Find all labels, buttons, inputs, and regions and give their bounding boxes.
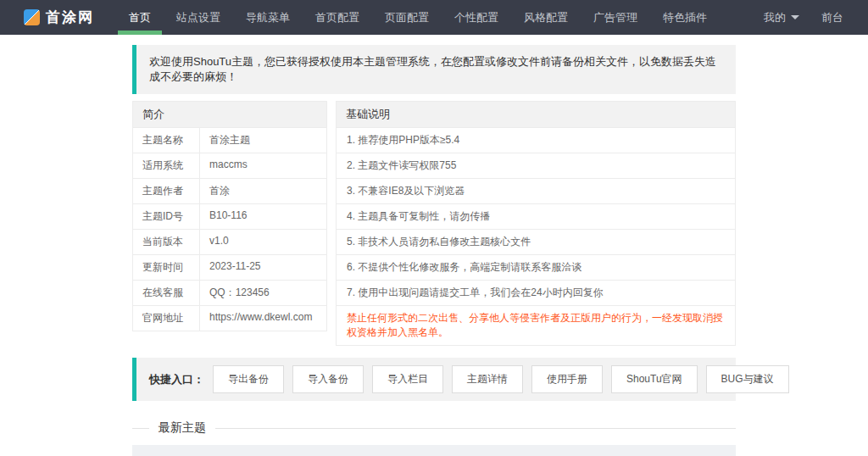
basics-item: 2. 主题文件读写权限755 [337, 153, 735, 179]
theme-details-button[interactable]: 主题详情 [452, 365, 523, 393]
latest-themes-divider: 最新主题 [132, 420, 736, 436]
row-value: v1.0 [200, 230, 326, 254]
my-dropdown[interactable]: 我的 [753, 10, 810, 25]
row-label: 适用系统 [133, 153, 200, 178]
basics-item: 5. 非技术人员请勿私自修改主题核心文件 [337, 230, 735, 255]
table-row: 更新时间 2023-11-25 [133, 255, 326, 281]
table-row: 主题名称 首涂主题 [133, 128, 326, 153]
nav-item-home-config[interactable]: 首页配置 [303, 0, 372, 35]
brand-name: 首涂网 [46, 8, 94, 27]
welcome-notice: 欢迎使用ShouTu主题，您已获得授权使用本主题管理系统，在您配置或修改文件前请… [132, 45, 736, 94]
latest-themes-title: 最新主题 [159, 420, 206, 436]
row-label: 主题作者 [133, 179, 200, 203]
my-dropdown-label: 我的 [764, 10, 786, 25]
latest-themes-panel [132, 445, 736, 456]
table-row: 主题作者 首涂 [133, 179, 326, 204]
table-row: 在线客服 QQ：123456 [133, 281, 326, 306]
basics-item: 6. 不提供个性化修改服务，高端定制请联系客服洽谈 [337, 255, 735, 281]
quick-entry-bar: 快捷入口： 导出备份 导入备份 导入栏目 主题详情 使用手册 ShouTu官网 … [132, 358, 736, 401]
export-backup-button[interactable]: 导出备份 [213, 365, 284, 393]
intro-panel-title: 简介 [133, 102, 326, 128]
table-row: 官网地址 https://www.dkewl.com [133, 306, 326, 331]
nav-item-featured-plugins[interactable]: 特色插件 [650, 0, 720, 35]
website-url[interactable]: https://www.dkewl.com [200, 306, 326, 331]
info-panels: 简介 主题名称 首涂主题 适用系统 maccms 主题作者 首涂 主题ID号 B… [132, 101, 736, 346]
nav-item-site-settings[interactable]: 站点设置 [164, 0, 233, 35]
shoutu-official-button[interactable]: ShouTu官网 [611, 365, 698, 393]
basics-item: 1. 推荐使用PHP版本≥5.4 [337, 128, 735, 153]
license-warning: 禁止任何形式的二次出售、分享他人等侵害作者及正版用户的行为，一经发现取消授权资格… [337, 306, 735, 345]
navbar-right: 我的 前台 [753, 0, 868, 35]
row-value: 首涂主题 [200, 128, 326, 153]
row-label: 更新时间 [133, 255, 200, 280]
chevron-down-icon [791, 15, 799, 19]
nav-item-personal-config[interactable]: 个性配置 [442, 0, 511, 35]
basics-panel: 基础说明 1. 推荐使用PHP版本≥5.4 2. 主题文件读写权限755 3. … [336, 101, 736, 346]
row-value: 首涂 [200, 179, 326, 203]
frontend-link[interactable]: 前台 [810, 10, 854, 25]
nav-item-page-config[interactable]: 页面配置 [372, 0, 442, 35]
top-navbar: 首涂网 首页 站点设置 导航菜单 首页配置 页面配置 个性配置 风格配置 广告管… [0, 0, 868, 35]
table-row: 主题ID号 B10-116 [133, 204, 326, 230]
row-label: 官网地址 [133, 306, 200, 331]
shoutu-logo-icon [24, 9, 40, 25]
intro-panel: 简介 主题名称 首涂主题 适用系统 maccms 主题作者 首涂 主题ID号 B… [132, 101, 327, 331]
main-menu: 首页 站点设置 导航菜单 首页配置 页面配置 个性配置 风格配置 广告管理 特色… [116, 0, 720, 35]
bug-suggestion-button[interactable]: BUG与建议 [706, 365, 789, 393]
import-columns-button[interactable]: 导入栏目 [372, 365, 443, 393]
main-content: 欢迎使用ShouTu主题，您已获得授权使用本主题管理系统，在您配置或修改文件前请… [132, 45, 736, 456]
nav-item-nav-menu[interactable]: 导航菜单 [233, 0, 303, 35]
basics-item: 4. 主题具备可复制性，请勿传播 [337, 204, 735, 230]
table-row: 适用系统 maccms [133, 153, 326, 179]
nav-item-ad-management[interactable]: 广告管理 [581, 0, 650, 35]
row-value: maccms [200, 153, 326, 178]
basics-panel-title: 基础说明 [337, 102, 735, 128]
row-label: 主题名称 [133, 128, 200, 153]
row-value: 2023-11-25 [200, 255, 326, 280]
basics-item: 7. 使用中出现问题请提交工单，我们会在24小时内回复你 [337, 281, 735, 306]
nav-item-style-config[interactable]: 风格配置 [511, 0, 581, 35]
brand[interactable]: 首涂网 [0, 0, 113, 35]
row-value: QQ：123456 [200, 281, 326, 305]
row-label: 当前版本 [133, 230, 200, 254]
quick-entry-label: 快捷入口： [149, 372, 204, 387]
row-label: 主题ID号 [133, 204, 200, 229]
table-row: 当前版本 v1.0 [133, 230, 326, 255]
row-label: 在线客服 [133, 281, 200, 305]
row-value: B10-116 [200, 204, 326, 229]
user-manual-button[interactable]: 使用手册 [531, 365, 603, 393]
nav-item-home[interactable]: 首页 [116, 0, 164, 35]
basics-item: 3. 不兼容IE8及以下浏览器 [337, 179, 735, 204]
import-backup-button[interactable]: 导入备份 [292, 365, 364, 393]
